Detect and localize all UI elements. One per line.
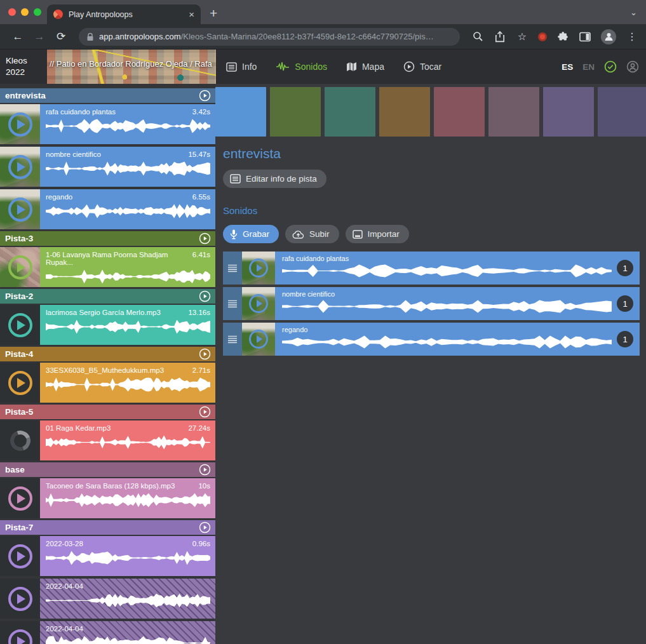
- play-track-icon[interactable]: [199, 290, 211, 302]
- reload-button[interactable]: ⟳: [52, 30, 70, 43]
- track-header[interactable]: Pista-5: [0, 405, 215, 419]
- clip-thumbnail[interactable]: [0, 536, 40, 576]
- upload-button[interactable]: Subir: [285, 225, 339, 243]
- sound-play-icon[interactable]: [249, 294, 268, 313]
- account-icon[interactable]: [626, 60, 639, 73]
- sound-thumbnail[interactable]: [242, 323, 275, 356]
- play-track-icon[interactable]: [199, 232, 211, 245]
- sound-row[interactable]: regando 1: [223, 323, 640, 356]
- play-track-icon[interactable]: [199, 90, 211, 102]
- clip-duration: 0.96s: [189, 540, 210, 547]
- drag-handle[interactable]: [223, 252, 242, 285]
- map-thumbnail[interactable]: // Patio en Bordador Rodríguez Ojeda / R…: [47, 50, 216, 84]
- play-track-icon[interactable]: [199, 464, 211, 476]
- audio-clip[interactable]: Taconeo de Sara Baras (128 kbps).mp310s: [0, 478, 215, 518]
- clip-thumbnail[interactable]: [0, 305, 40, 345]
- audio-clip[interactable]: rafa cuidando plantas3.42s: [0, 104, 215, 144]
- tab-info[interactable]: Info: [226, 62, 257, 72]
- clip-play-icon[interactable]: [8, 486, 32, 511]
- clip-play-icon[interactable]: [8, 544, 32, 568]
- record-button[interactable]: Grabar: [223, 225, 279, 243]
- sound-play-icon[interactable]: [249, 330, 268, 349]
- clip-thumbnail[interactable]: [0, 420, 40, 460]
- clip-play-icon[interactable]: [8, 198, 32, 222]
- track-header[interactable]: Pista-7: [0, 520, 215, 535]
- audio-clip[interactable]: 33ESX6038_B5_Muthedukkum.mp32.71s: [0, 363, 215, 403]
- clip-play-icon[interactable]: [8, 155, 32, 179]
- clip-play-icon[interactable]: [8, 112, 32, 137]
- side-panel-icon[interactable]: [579, 30, 591, 43]
- clip-thumbnail[interactable]: [0, 478, 40, 518]
- track-tile-5[interactable]: [434, 87, 485, 137]
- sound-row[interactable]: nombre cientifico 1: [223, 287, 640, 320]
- import-button[interactable]: Importar: [346, 225, 409, 243]
- track-tile-7[interactable]: [543, 87, 594, 137]
- clip-thumbnail[interactable]: [0, 189, 40, 229]
- track-header[interactable]: Pista-4: [0, 347, 215, 361]
- new-tab-button[interactable]: +: [210, 6, 217, 24]
- bookmark-star-icon[interactable]: ☆: [516, 30, 528, 43]
- clip-thumbnail[interactable]: [0, 147, 40, 187]
- play-track-icon[interactable]: [199, 521, 211, 533]
- tab-sounds[interactable]: Sonidos: [276, 62, 327, 72]
- tab-search-chevron-icon[interactable]: ⌄: [630, 8, 637, 17]
- track-header[interactable]: Pista-3: [0, 231, 215, 246]
- clip-play-icon[interactable]: [8, 587, 32, 611]
- browser-tab[interactable]: Play Antropoloops ×: [47, 4, 201, 24]
- back-button[interactable]: ←: [9, 30, 27, 43]
- audio-clip[interactable]: lacrimosa Sergio García Merlo.mp313.16s: [0, 305, 215, 345]
- play-track-icon[interactable]: [199, 406, 211, 418]
- clip-thumbnail[interactable]: [0, 363, 40, 403]
- sound-row[interactable]: rafa cuidando plantas 1: [223, 252, 640, 285]
- tab-map[interactable]: Mapa: [346, 62, 384, 72]
- audio-clip[interactable]: 2022-04-04: [0, 621, 215, 644]
- track-tile-3[interactable]: [325, 87, 375, 137]
- track-header[interactable]: base: [0, 462, 215, 477]
- clip-play-icon[interactable]: [8, 371, 32, 395]
- play-track-icon[interactable]: [199, 348, 211, 360]
- clip-play-icon[interactable]: [8, 313, 32, 337]
- clip-play-icon[interactable]: [8, 629, 32, 644]
- address-bar[interactable]: app.antropoloops.com/Kleos-Santa-Marina/…: [79, 28, 460, 46]
- sound-thumbnail[interactable]: [242, 287, 275, 320]
- track-tile-8[interactable]: [598, 87, 646, 137]
- drag-handle[interactable]: [223, 287, 242, 320]
- clip-thumbnail[interactable]: [0, 621, 40, 644]
- track-tile-1[interactable]: [215, 87, 266, 137]
- audio-clip[interactable]: 1-06 Lavanya Rama Poorna Shadjam Rupak..…: [0, 247, 215, 287]
- track-tile-6[interactable]: [488, 87, 539, 137]
- close-tab-icon[interactable]: ×: [189, 10, 194, 19]
- audio-clip[interactable]: regando6.55s: [0, 189, 215, 229]
- edit-track-info-button[interactable]: Editar info de pista: [223, 170, 326, 188]
- audio-clip[interactable]: 2022-04-04: [0, 579, 215, 619]
- browser-menu-kebab-icon[interactable]: ⋮: [626, 30, 638, 43]
- tab-play[interactable]: Tocar: [403, 61, 441, 72]
- sound-thumbnail[interactable]: [242, 252, 275, 285]
- audio-clip[interactable]: 01 Raga Kedar.mp327.24s: [0, 420, 215, 460]
- maximize-window-button[interactable]: [34, 8, 41, 16]
- clip-thumbnail[interactable]: [0, 104, 40, 144]
- track-header[interactable]: Pista-2: [0, 289, 215, 304]
- clip-thumbnail[interactable]: [0, 247, 40, 287]
- track-header[interactable]: entrevista: [0, 88, 215, 103]
- clip-thumbnail[interactable]: [0, 579, 40, 619]
- sound-play-icon[interactable]: [249, 258, 268, 278]
- track-tile-2[interactable]: [270, 87, 321, 137]
- clip-play-icon[interactable]: [8, 255, 32, 279]
- drag-handle[interactable]: [223, 323, 242, 356]
- share-icon[interactable]: [494, 30, 506, 43]
- profile-avatar-icon[interactable]: [601, 29, 616, 44]
- audio-clip[interactable]: nombre cientifico15.47s: [0, 147, 215, 187]
- lang-es-toggle[interactable]: ES: [562, 62, 573, 72]
- close-window-button[interactable]: [8, 8, 16, 16]
- project-brand[interactable]: Kleos 2022: [0, 50, 47, 84]
- forward-button[interactable]: →: [30, 30, 48, 43]
- minimize-window-button[interactable]: [21, 8, 29, 16]
- recording-extension-icon[interactable]: [538, 32, 547, 41]
- zoom-icon[interactable]: [471, 30, 484, 43]
- lang-en-toggle[interactable]: EN: [582, 62, 595, 72]
- audio-clip[interactable]: 2022-03-280.96s: [0, 536, 215, 576]
- extensions-puzzle-icon[interactable]: [556, 30, 569, 43]
- track-tile-4[interactable]: [379, 87, 430, 137]
- saved-check-icon[interactable]: [604, 60, 617, 73]
